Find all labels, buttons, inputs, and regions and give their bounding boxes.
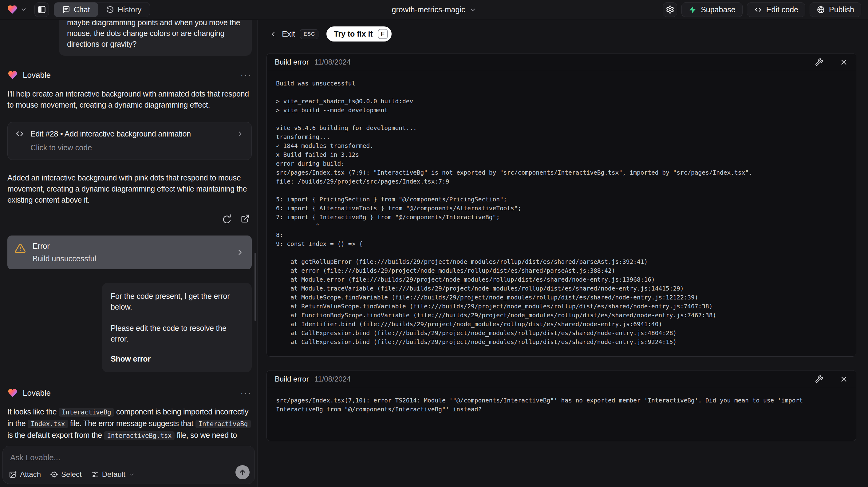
brand-menu-chevron-icon[interactable]	[20, 6, 27, 13]
close-icon[interactable]	[840, 58, 848, 66]
assistant-intro-text: I'll help create an interactive backgrou…	[7, 88, 252, 110]
user-error-line1: For the code present, I get the error be…	[111, 291, 243, 312]
settings-button[interactable]	[663, 2, 677, 17]
locate-icon	[50, 470, 58, 478]
warning-triangle-icon	[15, 243, 26, 254]
view-tabs: Chat History	[54, 2, 150, 17]
fix-header: Exit ESC Try to fix it F	[258, 20, 868, 41]
gear-icon	[666, 5, 674, 14]
image-plus-icon	[9, 470, 17, 478]
f-key-badge: F	[378, 29, 388, 39]
chat-panel: maybe diagramming points and when you mo…	[0, 20, 257, 487]
topbar-actions: Supabase Edit code Publish	[663, 2, 861, 17]
user-message: maybe diagramming points and when you mo…	[59, 20, 252, 56]
chat-messages: maybe diagramming points and when you mo…	[7, 20, 252, 441]
user-error-line2: Please edit the code to resolve the erro…	[111, 323, 243, 344]
project-switcher[interactable]: growth-metrics-magic	[392, 0, 476, 19]
show-error-link[interactable]: Show error	[111, 354, 243, 364]
assistant-message-header: Lovable ···	[7, 70, 252, 80]
mode-dropdown[interactable]: Default	[91, 470, 135, 479]
tab-history-label: History	[118, 5, 142, 14]
inline-code: InteractiveBg	[195, 420, 251, 428]
send-button[interactable]	[236, 465, 250, 479]
tab-chat[interactable]: Chat	[54, 2, 98, 17]
assistant-message-header: Lovable ···	[7, 388, 252, 398]
open-preview-icon[interactable]	[241, 214, 250, 223]
inline-code: InteractiveBg	[59, 408, 114, 417]
edit-code-label: Edit code	[766, 5, 798, 14]
panel-date: 11/08/2024	[314, 375, 351, 384]
supabase-bolt-icon	[688, 5, 697, 14]
chat-scrollbar[interactable]	[254, 253, 256, 321]
error-card-title: Error	[33, 242, 96, 250]
build-error-log-text: src/pages/Index.tsx(7,10): error TS2614:…	[276, 396, 847, 414]
error-view: Exit ESC Try to fix it F Build error 11/…	[258, 20, 868, 487]
chevron-right-icon	[236, 248, 244, 257]
build-error-log-text: Build was unsuccessful > vite_react_shad…	[276, 79, 847, 346]
edit-card-title: Edit #28 • Add interactive background an…	[30, 129, 191, 139]
wrench-icon[interactable]	[815, 375, 823, 384]
close-icon[interactable]	[840, 375, 848, 384]
chevron-right-icon	[236, 130, 244, 138]
assistant-name: Lovable	[23, 70, 51, 80]
select-label: Select	[61, 470, 82, 479]
chevron-down-icon	[469, 6, 476, 13]
exit-label: Exit	[282, 29, 295, 39]
assistant-name: Lovable	[23, 388, 51, 398]
message-actions	[7, 214, 252, 223]
lovable-avatar-icon	[7, 70, 18, 80]
code-brackets-icon	[754, 5, 762, 14]
arrow-up-icon	[239, 468, 247, 476]
panel-title: Build error	[275, 58, 309, 66]
chevron-down-icon	[128, 471, 135, 478]
chat-input[interactable]: Ask Lovable...	[10, 453, 60, 462]
sidebar-toggle-button[interactable]	[34, 2, 49, 17]
lovable-avatar-icon	[7, 388, 18, 398]
restore-icon[interactable]	[222, 214, 231, 223]
sliders-icon	[91, 470, 99, 478]
edit-card-28[interactable]: Edit #28 • Add interactive background an…	[7, 122, 252, 160]
build-error-panel-1: Build error 11/08/2024 Build was unsucce…	[267, 53, 856, 357]
select-button[interactable]: Select	[50, 470, 82, 479]
edit-card-subtitle: Click to view code	[30, 143, 244, 152]
globe-icon	[817, 5, 825, 14]
supabase-button[interactable]: Supabase	[681, 2, 743, 17]
user-error-message: For the code present, I get the error be…	[102, 283, 252, 372]
assistant-diagnosis-text: It looks like the InteractiveBg componen…	[7, 406, 252, 441]
panel-date: 11/08/2024	[314, 58, 351, 66]
build-error-log: Build was unsuccessful > vite_react_shad…	[267, 71, 856, 356]
code-brackets-icon	[15, 129, 24, 139]
message-menu-button[interactable]: ···	[240, 388, 252, 398]
message-menu-button[interactable]: ···	[240, 70, 252, 80]
inline-code: Index.tsx	[28, 420, 68, 428]
assistant-summary-text: Added an interactive background with pin…	[7, 172, 252, 205]
wrench-icon[interactable]	[815, 58, 823, 66]
try-to-fix-label: Try to fix it	[334, 30, 373, 38]
inline-code: InteractiveBg.tsx	[104, 431, 175, 440]
history-icon	[106, 5, 114, 13]
error-card-subtitle: Build unsuccessful	[33, 254, 96, 263]
build-error-log: src/pages/Index.tsx(7,10): error TS2614:…	[267, 388, 856, 441]
composer: Ask Lovable... Attach Select Default	[2, 446, 255, 484]
supabase-label: Supabase	[701, 5, 736, 14]
panel-title: Build error	[275, 375, 309, 384]
publish-button[interactable]: Publish	[810, 2, 861, 17]
lovable-logo-icon	[7, 4, 18, 15]
try-to-fix-button[interactable]: Try to fix it F	[327, 26, 391, 41]
build-error-panel-header: Build error 11/08/2024	[267, 54, 856, 71]
publish-label: Publish	[829, 5, 854, 14]
tab-history[interactable]: History	[98, 2, 150, 17]
user-message-text: maybe diagramming points and when you mo…	[67, 20, 240, 48]
composer-tools: Attach Select Default	[9, 470, 135, 479]
chevron-left-icon	[270, 30, 277, 38]
attach-label: Attach	[20, 470, 41, 479]
chat-bubble-icon	[62, 5, 70, 13]
edit-code-button[interactable]: Edit code	[747, 2, 805, 17]
build-error-card[interactable]: Error Build unsuccessful	[7, 236, 252, 269]
topbar: Chat History growth-metrics-magic Supaba…	[0, 0, 868, 19]
mode-label: Default	[102, 470, 125, 479]
build-error-panel-2: Build error 11/08/2024 src/pages/Index.t…	[267, 370, 856, 441]
exit-button[interactable]: Exit ESC	[270, 29, 318, 39]
tab-chat-label: Chat	[74, 5, 90, 14]
attach-button[interactable]: Attach	[9, 470, 41, 479]
